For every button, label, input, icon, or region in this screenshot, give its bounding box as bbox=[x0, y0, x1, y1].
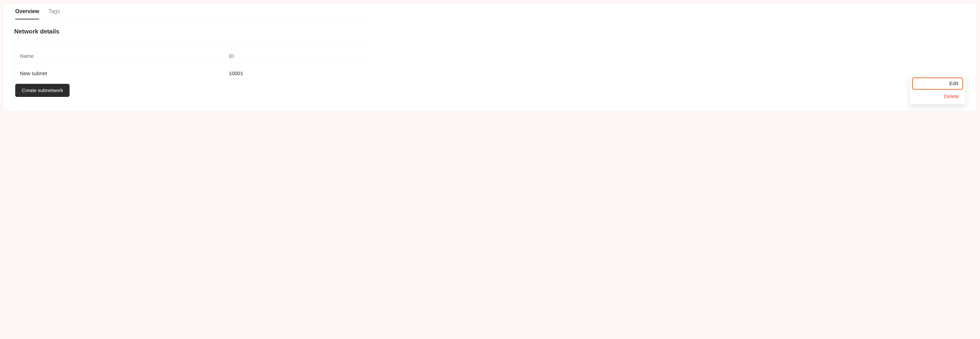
col-header-name: Name bbox=[15, 49, 224, 64]
empty-right-region bbox=[365, 3, 977, 111]
create-subnetwork-button[interactable]: Create subnetwork bbox=[15, 84, 70, 97]
edit-action[interactable]: Edit bbox=[912, 78, 963, 90]
cell-name: New subnet bbox=[15, 64, 224, 79]
tab-tags[interactable]: Tags bbox=[48, 8, 60, 19]
network-details-panel: Overview Tags Network details Name ID IP… bbox=[3, 3, 977, 111]
tab-overview[interactable]: Overview bbox=[15, 8, 39, 19]
row-actions-menu: Edit Delete bbox=[910, 75, 966, 105]
delete-action[interactable]: Delete bbox=[912, 91, 963, 102]
